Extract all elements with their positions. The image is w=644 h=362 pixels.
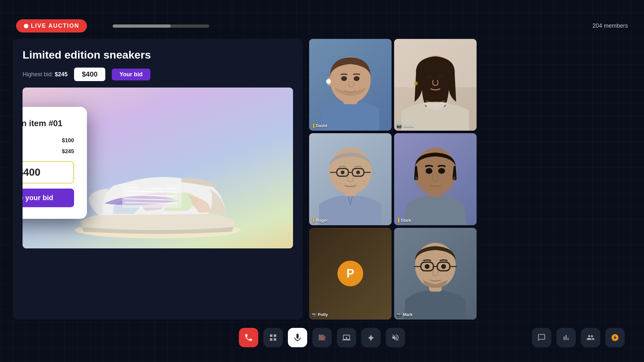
settings-button[interactable] (605, 328, 625, 347)
people-icon (586, 333, 595, 342)
mark-face-svg (394, 228, 477, 320)
polly-name: Polly (318, 312, 328, 317)
stark-video (394, 133, 477, 225)
svg-point-29 (341, 171, 345, 174)
stella-face-svg (394, 39, 477, 131)
roger-video (309, 133, 392, 225)
svg-point-35 (438, 168, 445, 174)
live-dot-icon (24, 24, 28, 28)
bid-form-highest-value: $245 (62, 148, 74, 155)
stella-name: Stella (403, 123, 414, 128)
right-tools (532, 328, 625, 347)
svg-line-46 (319, 335, 325, 341)
david-video (309, 39, 392, 131)
bid-form: Auction item #01 Starting bid $100 Highe… (23, 107, 87, 219)
david-name-tag: ▐ David (312, 123, 327, 128)
david-name: David (316, 123, 327, 128)
mute-icon (391, 333, 400, 342)
svg-point-20 (414, 81, 418, 85)
stella-cam-icon: 📷 (397, 124, 402, 128)
stats-button[interactable] (556, 328, 576, 347)
svg-point-13 (326, 79, 331, 84)
stella-video (394, 39, 477, 131)
stats-icon (562, 333, 570, 342)
end-call-icon (244, 333, 253, 342)
end-call-button[interactable] (239, 328, 258, 347)
your-bid-badge: Your bid (112, 69, 150, 80)
top-bar: LIVE AUCTION 204 members (13, 19, 631, 32)
settings-icon (611, 333, 619, 342)
mark-name-tag: 📷 Mark (397, 312, 412, 317)
camera-off-overlay (317, 333, 327, 342)
david-mic-icon: ▐ (312, 124, 315, 128)
bid-input-container[interactable]: $400 (23, 161, 74, 183)
sneaker-image: Auction item #01 Starting bid $100 Highe… (23, 88, 293, 248)
bid-input-value: $400 (23, 166, 67, 178)
chat-button[interactable] (532, 328, 551, 347)
svg-point-34 (426, 168, 432, 174)
roger-face-svg (309, 133, 392, 225)
stark-face-svg (394, 133, 477, 225)
video-grid: ▐ David (309, 39, 477, 320)
live-badge: LIVE AUCTION (16, 19, 87, 32)
participant-cell-stark: ▐ Stark (394, 133, 477, 225)
svg-point-44 (425, 264, 430, 269)
participant-cell-stella: 📷 Stella (394, 39, 477, 131)
progress-bar-fill (113, 24, 171, 28)
members-count: 204 members (592, 23, 628, 29)
people-button[interactable] (581, 328, 600, 347)
participant-cell-polly: P 📷 Polly (309, 228, 392, 320)
stark-name-tag: ▐ Stark (397, 218, 411, 223)
microphone-icon (293, 333, 302, 342)
mark-name: Mark (403, 312, 412, 317)
share-screen-icon (342, 333, 351, 342)
microphone-button[interactable] (288, 328, 307, 347)
auction-panel: Limited edition sneakers Highest bid: $2… (13, 39, 303, 320)
mute-all-button[interactable] (386, 328, 405, 347)
effects-button[interactable] (361, 328, 381, 347)
roger-name: Roger (316, 218, 328, 223)
david-face-svg (309, 39, 392, 131)
participant-cell-david: ▐ David (309, 39, 392, 131)
bid-form-title: Auction item #01 (23, 118, 74, 128)
svg-point-30 (356, 171, 360, 174)
highest-bid-label: Highest bid: $245 (23, 71, 68, 78)
svg-point-45 (441, 264, 446, 269)
participant-cell-mark: 📷 Mark (394, 228, 477, 320)
svg-point-11 (354, 76, 360, 81)
stark-mic-icon: ▐ (397, 218, 400, 222)
share-screen-button[interactable] (337, 328, 356, 347)
effects-icon (367, 333, 375, 342)
app-container: LIVE AUCTION 204 members Limited edition… (0, 0, 644, 362)
camera-button[interactable] (312, 328, 332, 347)
starting-bid-value: $100 (62, 137, 74, 144)
svg-point-19 (438, 74, 444, 79)
live-label: LIVE AUCTION (31, 23, 79, 29)
roger-name-tag: ▐ Roger (312, 218, 328, 223)
polly-name-tag: 📷 Polly (312, 312, 328, 317)
starting-bid-row: Starting bid $100 (23, 137, 74, 144)
polly-cam-icon: 📷 (312, 312, 317, 317)
auction-title: Limited edition sneakers (23, 49, 293, 61)
grid-icon (269, 333, 277, 342)
polly-avatar: P (337, 261, 363, 286)
mark-video (394, 228, 477, 320)
svg-point-18 (427, 74, 432, 79)
progress-bar (113, 24, 209, 28)
participant-cell-roger: ▐ Roger (309, 133, 392, 225)
stella-name-tag: 📷 Stella (397, 123, 414, 128)
bid-info-bar: Highest bid: $245 $400 Your bid (23, 68, 293, 81)
roger-mic-icon: ▐ (312, 218, 315, 222)
stark-name: Stark (401, 218, 412, 223)
bottom-toolbar (13, 323, 631, 352)
mark-cam-icon: 📷 (397, 312, 402, 317)
highest-bid-row: Highest bid $245 (23, 148, 74, 155)
place-bid-button[interactable]: Place your bid (23, 189, 74, 207)
svg-point-10 (341, 76, 347, 81)
current-bid-box: $400 (74, 68, 105, 81)
main-content: Limited edition sneakers Highest bid: $2… (13, 39, 631, 320)
chat-icon (537, 333, 546, 342)
grid-view-button[interactable] (263, 328, 283, 347)
